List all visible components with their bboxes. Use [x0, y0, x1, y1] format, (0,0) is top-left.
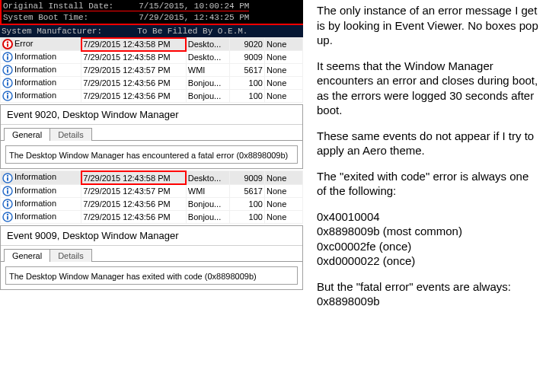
date-cell: 7/29/2015 12:43:58 PM: [81, 171, 187, 184]
level-text: Information: [14, 186, 56, 195]
svg-rect-2: [7, 44, 8, 47]
event-detail-pane-2: Event 9009, Desktop Window Manager Gener…: [0, 225, 303, 290]
cat-cell: None: [264, 210, 302, 223]
date-cell: 7/29/2015 12:43:58 PM: [81, 51, 187, 64]
date-cell: 7/29/2015 12:43:56 PM: [81, 77, 187, 90]
cat-cell: None: [264, 184, 302, 197]
note-paragraph: The only instance of an error message I …: [317, 3, 540, 48]
info-icon: [2, 52, 13, 62]
event-message: The Desktop Window Manager has encounter…: [5, 145, 298, 164]
id-cell: 100: [230, 197, 265, 210]
info-icon: [2, 65, 13, 75]
svg-point-25: [7, 214, 8, 215]
id-cell: 5617: [230, 64, 265, 77]
info-icon: [2, 212, 13, 222]
level-text: Error: [14, 39, 33, 48]
cat-cell: None: [264, 90, 302, 103]
level-text: Information: [14, 172, 56, 181]
cat-cell: None: [264, 51, 302, 64]
svg-rect-23: [7, 203, 8, 207]
event-detail-pane-1: Event 9020, Desktop Window Manager Gener…: [0, 104, 303, 169]
tab-general[interactable]: General: [4, 128, 50, 141]
info-icon: [2, 186, 13, 196]
svg-point-7: [7, 67, 8, 69]
tab-details[interactable]: Details: [49, 249, 92, 262]
cmd-line3: System Manufacturer: To Be Filled By O.E…: [0, 25, 303, 37]
note-paragraph: But the "fatal error" events are always:…: [317, 279, 540, 309]
svg-rect-17: [7, 177, 8, 181]
error-code: 0xc00002fe (once): [317, 240, 411, 253]
cat-cell: None: [264, 38, 302, 51]
id-cell: 9020: [230, 38, 265, 51]
source-cell: Deskto...: [186, 51, 229, 64]
table-row[interactable]: Information 7/29/2015 12:43:56 PM Bonjou…: [1, 90, 303, 103]
source-cell: WMI: [186, 184, 229, 197]
tab-details[interactable]: Details: [49, 128, 92, 141]
svg-point-10: [7, 80, 8, 81]
source-cell: Bonjou...: [186, 77, 229, 90]
level-text: Information: [14, 78, 56, 87]
svg-rect-20: [7, 190, 8, 194]
pane-header: Event 9009, Desktop Window Manager: [1, 226, 302, 246]
table-row[interactable]: Information 7/29/2015 12:43:58 PM Deskto…: [1, 51, 303, 64]
level-text: Information: [14, 199, 56, 208]
cmd-line1: Original Install Date: 7/15/2015, 10:00:…: [3, 2, 249, 11]
event-message: The Desktop Window Manager has exited wi…: [5, 266, 298, 285]
svg-rect-26: [7, 216, 8, 220]
cat-cell: None: [264, 64, 302, 77]
table-row[interactable]: Error 7/29/2015 12:43:58 PM Deskto... 90…: [1, 38, 303, 51]
table-row[interactable]: Information 7/29/2015 12:43:58 PM Deskto…: [1, 171, 303, 184]
note-paragraph: These same events do not appear if I try…: [317, 129, 540, 158]
source-cell: Bonjou...: [186, 197, 229, 210]
date-cell: 7/29/2015 12:43:57 PM: [81, 64, 187, 77]
error-code: 0x40010004: [317, 210, 380, 223]
svg-point-16: [7, 174, 8, 176]
source-cell: Bonjou...: [186, 210, 229, 223]
id-cell: 9009: [230, 51, 265, 64]
table-row[interactable]: Information 7/29/2015 12:43:56 PM Bonjou…: [1, 77, 303, 90]
id-cell: 100: [230, 210, 265, 223]
level-text: Information: [14, 52, 56, 61]
svg-rect-5: [7, 56, 8, 60]
svg-rect-14: [7, 95, 8, 99]
cmd-output: Original Install Date: 7/15/2015, 10:00:…: [0, 0, 303, 25]
id-cell: 9009: [230, 171, 265, 184]
level-text: Information: [14, 212, 56, 221]
svg-rect-8: [7, 69, 8, 73]
event-list-1: Error 7/29/2015 12:43:58 PM Deskto... 90…: [0, 37, 303, 103]
event-list-2: Information 7/29/2015 12:43:58 PM Deskto…: [0, 171, 303, 223]
note-paragraph: The "exited with code" error is always o…: [317, 169, 540, 199]
date-cell: 7/29/2015 12:43:56 PM: [81, 210, 187, 223]
source-cell: Bonjou...: [186, 90, 229, 103]
svg-point-1: [7, 41, 8, 43]
id-cell: 5617: [230, 184, 265, 197]
date-cell: 7/29/2015 12:43:56 PM: [81, 90, 187, 103]
tab-general[interactable]: General: [4, 249, 50, 262]
date-cell: 7/29/2015 12:43:57 PM: [81, 184, 187, 197]
cmd-line2: System Boot Time: 7/29/2015, 12:43:25 PM: [3, 13, 249, 22]
source-cell: Deskto...: [186, 171, 229, 184]
note-paragraph: It seems that the Window Manager encount…: [317, 59, 540, 118]
svg-point-4: [7, 54, 8, 56]
svg-rect-11: [7, 82, 8, 86]
cat-cell: None: [264, 171, 302, 184]
id-cell: 100: [230, 77, 265, 90]
error-code: 0x8898009b (most common): [317, 225, 462, 237]
info-icon: [2, 199, 13, 209]
source-cell: WMI: [186, 64, 229, 77]
error-icon: [2, 39, 13, 49]
level-text: Information: [14, 65, 56, 74]
info-icon: [2, 78, 13, 88]
table-row[interactable]: Information 7/29/2015 12:43:56 PM Bonjou…: [1, 197, 303, 210]
cat-cell: None: [264, 77, 302, 90]
svg-point-19: [7, 187, 8, 189]
table-row[interactable]: Information 7/29/2015 12:43:56 PM Bonjou…: [1, 210, 303, 223]
notes-panel: The only instance of an error message I …: [303, 0, 546, 320]
svg-point-13: [7, 93, 8, 94]
table-row[interactable]: Information 7/29/2015 12:43:57 PM WMI 56…: [1, 64, 303, 77]
level-text: Information: [14, 91, 56, 100]
table-row[interactable]: Information 7/29/2015 12:43:57 PM WMI 56…: [1, 184, 303, 197]
id-cell: 100: [230, 90, 265, 103]
error-code: 0xd0000022 (once): [317, 254, 415, 267]
date-cell: 7/29/2015 12:43:56 PM: [81, 197, 187, 210]
